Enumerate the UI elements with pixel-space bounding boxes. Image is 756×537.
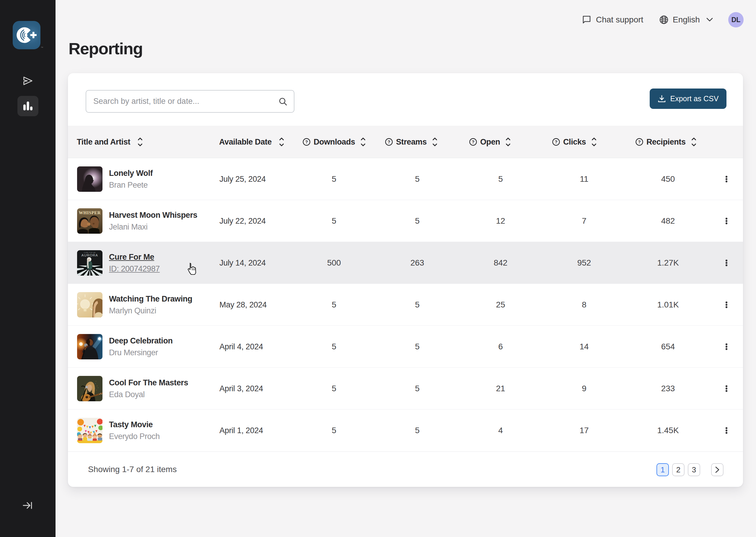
svg-text:?: ? — [472, 139, 474, 144]
svg-text:AURORA: AURORA — [81, 253, 98, 257]
svg-text:CURE FOR ME: CURE FOR ME — [84, 252, 96, 253]
svg-text:?: ? — [555, 139, 557, 144]
svg-text:WHISPER: WHISPER — [79, 210, 101, 215]
svg-text:?: ? — [305, 139, 308, 144]
svg-text:?: ? — [638, 139, 641, 144]
svg-text:?: ? — [388, 139, 390, 144]
